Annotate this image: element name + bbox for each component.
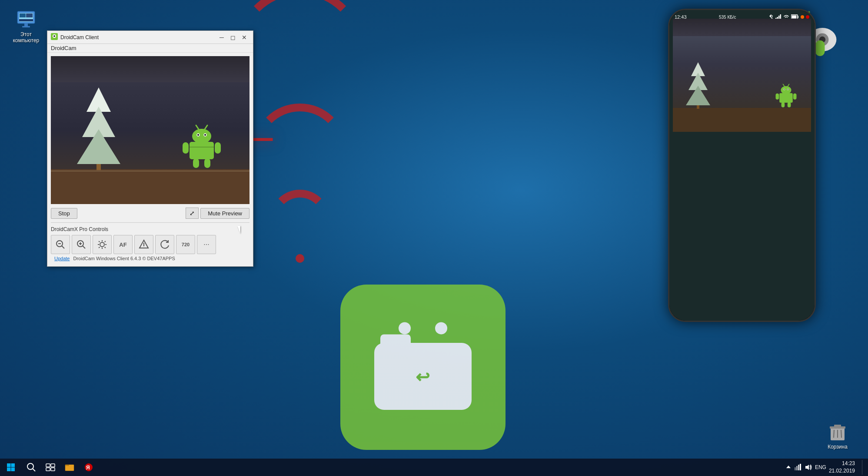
svg-point-96: [27, 463, 33, 469]
phone-tree: [686, 62, 710, 109]
camera-preview: [51, 56, 249, 204]
taskbar-clock[interactable]: 14:23 21.02.2019: [829, 460, 859, 475]
svg-rect-74: [798, 16, 798, 18]
autofocus-button[interactable]: AF: [113, 235, 133, 254]
svg-point-4: [399, 322, 411, 334]
more-button[interactable]: ···: [197, 235, 216, 254]
svg-rect-94: [7, 468, 11, 472]
more-icon: ···: [203, 241, 209, 248]
restore-button[interactable]: ◻: [228, 33, 238, 42]
taskbar-browser-button[interactable]: Я: [79, 459, 98, 476]
quality-label: 720: [182, 242, 190, 247]
svg-line-57: [83, 246, 85, 248]
svg-rect-38: [190, 142, 214, 159]
rotate-button[interactable]: [155, 235, 174, 254]
svg-rect-101: [51, 468, 55, 471]
svg-marker-106: [786, 466, 791, 468]
svg-rect-13: [22, 26, 30, 27]
taskbar: Я ENG: [0, 459, 868, 476]
svg-point-81: [781, 86, 792, 94]
right-controls: ⤢ Mute Preview: [186, 208, 249, 219]
svg-rect-48: [193, 158, 199, 168]
droidcam-window: DroidCam Client ─ ◻ ✕ DroidCam: [47, 30, 253, 267]
window-title: DroidCam Client: [60, 34, 99, 40]
window-title-area: DroidCam Client: [51, 33, 99, 41]
mute-preview-button[interactable]: Mute Preview: [200, 208, 249, 219]
svg-rect-47: [215, 142, 221, 154]
taskbar-time: 14:23: [829, 460, 855, 467]
svg-rect-95: [11, 468, 15, 472]
svg-line-87: [788, 84, 789, 86]
zoom-in-button[interactable]: [72, 235, 91, 254]
svg-rect-93: [11, 463, 15, 467]
svg-text:Я: Я: [86, 465, 90, 471]
window-titlebar: DroidCam Client ─ ◻ ✕: [47, 31, 253, 44]
volume-icon[interactable]: [805, 464, 812, 471]
svg-rect-31: [834, 425, 841, 427]
taskbar-search-button[interactable]: [22, 459, 41, 476]
recycle-bin-icon: [827, 421, 848, 442]
pro-controls-title: DroidCamX Pro Controls: [51, 226, 249, 232]
svg-rect-89: [793, 94, 797, 100]
desktop: ← ↩: [0, 0, 868, 476]
droidcam-logo-background: ↩: [340, 285, 506, 450]
footer-copyright: DroidCam Windows Client 6.4.3 © DEV47APP…: [73, 256, 175, 261]
svg-line-63: [99, 241, 100, 242]
svg-rect-49: [204, 158, 210, 168]
svg-rect-92: [7, 463, 11, 467]
christmas-tree: [77, 87, 120, 170]
show-desktop-button[interactable]: [862, 460, 864, 475]
svg-line-64: [105, 247, 106, 248]
svg-line-34: [841, 430, 841, 438]
svg-point-58: [100, 242, 104, 247]
stop-button[interactable]: Stop: [51, 208, 77, 219]
start-button[interactable]: [0, 459, 22, 476]
close-button[interactable]: ✕: [239, 33, 249, 42]
phone-android: [774, 82, 798, 110]
svg-rect-80: [779, 93, 793, 103]
phone-screen: 12:43 535 КБ/с: [669, 10, 815, 321]
svg-point-43: [204, 134, 206, 136]
svg-line-65: [105, 241, 106, 242]
svg-line-32: [834, 430, 834, 438]
taskbar-date: 21.02.2019: [829, 467, 855, 475]
svg-point-85: [788, 89, 788, 90]
svg-rect-11: [19, 19, 33, 21]
flip-button[interactable]: [134, 235, 153, 254]
network-icon[interactable]: [794, 464, 802, 471]
svg-rect-88: [776, 94, 779, 100]
tray-expand-icon[interactable]: [785, 464, 792, 470]
quality-button[interactable]: 720: [176, 235, 195, 254]
brightness-button[interactable]: [93, 235, 112, 254]
svg-point-39: [192, 129, 211, 144]
taskbar-taskview-button[interactable]: [41, 459, 60, 476]
svg-rect-108: [796, 466, 798, 470]
svg-rect-107: [795, 467, 796, 470]
window-controls: ─ ◻ ✕: [216, 33, 249, 42]
expand-icon: ⤢: [190, 210, 195, 217]
language-indicator[interactable]: ENG: [815, 464, 826, 470]
android-in-scene: [180, 122, 223, 171]
update-link[interactable]: Update: [54, 256, 70, 261]
svg-text:↩: ↩: [416, 368, 430, 386]
minimize-button[interactable]: ─: [216, 33, 227, 42]
desktop-icon-recycle-bin[interactable]: Корзина: [820, 421, 855, 450]
menu-droidcam[interactable]: DroidCam: [51, 45, 76, 51]
camera-scene: [51, 56, 249, 204]
taskbar-explorer-button[interactable]: [60, 459, 79, 476]
scene-table: [51, 169, 249, 204]
expand-button[interactable]: ⤢: [186, 208, 199, 219]
svg-rect-109: [798, 465, 799, 470]
svg-rect-98: [46, 464, 50, 467]
desktop-icon-this-computer[interactable]: Этот компьютер: [9, 9, 43, 44]
zoom-out-button[interactable]: [51, 235, 70, 254]
taskbar-tray: ENG 14:23 21.02.2019: [781, 460, 868, 475]
phone-camera-preview: [673, 19, 811, 132]
window-content: Stop ⤢ Mute Preview DroidCamX Pro Contro…: [47, 53, 253, 266]
window-menubar[interactable]: DroidCam: [47, 44, 253, 53]
svg-line-53: [62, 246, 64, 248]
svg-line-45: [205, 125, 207, 129]
svg-rect-90: [782, 102, 785, 107]
controls-row: Stop ⤢ Mute Preview: [51, 208, 249, 219]
svg-rect-99: [51, 464, 55, 467]
